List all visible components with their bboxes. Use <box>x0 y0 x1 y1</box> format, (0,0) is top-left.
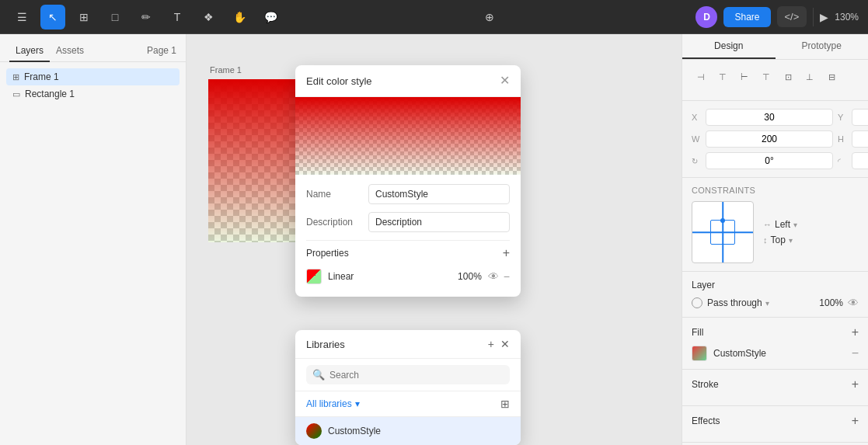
modal-title: Edit color style <box>306 75 372 87</box>
layer-row: Pass through ▾ 100% 👁 <box>692 297 859 309</box>
fill-swatch[interactable] <box>306 269 322 284</box>
grid-icon[interactable]: ⊕ <box>477 5 502 30</box>
lib-filter-row: All libraries ▾ ⊞ <box>295 391 521 417</box>
sidebar-tabs: Layers Assets Page 1 <box>0 34 186 62</box>
effects-header: Effects + <box>692 414 859 428</box>
zoom-indicator[interactable]: 130% <box>835 12 859 23</box>
menu-icon[interactable]: ☰ <box>9 5 34 30</box>
layer-mode-label: Pass through <box>707 297 762 308</box>
rotation-input[interactable] <box>706 152 833 169</box>
all-libraries-filter[interactable]: All libraries ▾ <box>306 398 360 409</box>
layer-mode-chevron: ▾ <box>765 299 769 308</box>
h-label: H <box>838 134 849 144</box>
w-label: W <box>692 134 702 144</box>
text-tool[interactable]: T <box>165 5 190 30</box>
library-item-customstyle[interactable]: CustomStyle <box>295 417 521 445</box>
tab-prototype[interactable]: Prototype <box>776 34 869 59</box>
tab-design[interactable]: Design <box>682 34 776 59</box>
align-right[interactable]: ⊢ <box>735 68 754 86</box>
canvas[interactable]: Frame 1 <box>186 34 682 445</box>
remove-fill-item-button[interactable]: − <box>852 346 859 360</box>
rotation-icon: ↻ <box>692 157 702 165</box>
layer-mode-icon <box>692 297 702 308</box>
fill-opacity-value: 100% <box>451 271 482 282</box>
edit-color-modal: Edit color style ✕ Name Description <box>295 65 521 297</box>
fill-item-swatch[interactable] <box>692 346 707 361</box>
align-left[interactable]: ⊣ <box>692 68 710 86</box>
remove-fill-button[interactable]: − <box>504 270 510 283</box>
hand-tool[interactable]: ✋ <box>227 5 252 30</box>
add-effect-button[interactable]: + <box>852 414 859 428</box>
libraries-panel: Libraries + ✕ 🔍 All libraries ▾ <box>295 330 521 445</box>
toolbar-center: ⊕ <box>289 5 689 30</box>
align-bottom[interactable]: ⊥ <box>800 68 819 86</box>
grid-view-button[interactable]: ⊞ <box>500 398 510 410</box>
chevron-down-icon: ▾ <box>355 398 360 409</box>
vector-tool[interactable]: ✏ <box>134 5 159 30</box>
visibility-toggle[interactable]: 👁 <box>488 270 499 283</box>
alignment-section: ⊣ ⊤ ⊢ ⊤ ⊡ ⊥ ⊟ <box>682 60 868 101</box>
distribute[interactable]: ⊟ <box>822 68 841 86</box>
libraries-header: Libraries + ✕ <box>295 330 521 359</box>
effects-section-title: Effects <box>692 415 720 426</box>
right-tabs: Design Prototype <box>682 34 868 60</box>
h-input[interactable] <box>852 130 868 148</box>
tab-layers[interactable]: Layers <box>9 40 50 62</box>
shape-tool[interactable]: □ <box>103 5 127 30</box>
y-label: Y <box>838 113 849 122</box>
name-input[interactable] <box>368 184 510 204</box>
layers-content: ⊞ Frame 1 ▭ Rectangle 1 <box>0 62 186 445</box>
h-constraint-icon: ↔ <box>763 220 772 229</box>
stroke-section-title: Stroke <box>692 379 719 390</box>
code-button[interactable]: </> <box>777 6 807 27</box>
y-input[interactable] <box>852 109 868 126</box>
h-constraint-chevron[interactable]: ▾ <box>793 221 797 229</box>
add-fill-button[interactable]: + <box>852 325 859 339</box>
add-library-button[interactable]: + <box>488 338 494 350</box>
name-label: Name <box>306 189 368 200</box>
search-input[interactable] <box>329 370 504 381</box>
close-libraries-button[interactable]: ✕ <box>500 338 510 350</box>
page-selector[interactable]: Page 1 <box>147 40 176 61</box>
constraint-dot-top <box>720 218 725 223</box>
add-stroke-button[interactable]: + <box>852 377 859 391</box>
toolbar-left: ☰ ↖ ⊞ □ ✏ T ❖ ✋ 💬 <box>9 5 283 30</box>
description-input[interactable] <box>368 212 510 232</box>
layer-header: Layer <box>692 280 859 290</box>
align-center-h[interactable]: ⊤ <box>713 68 732 86</box>
select-tool[interactable]: ↖ <box>40 5 65 30</box>
corner-input[interactable] <box>852 152 868 169</box>
x-input[interactable] <box>706 109 833 126</box>
layer-mode-selector[interactable]: Pass through ▾ <box>707 297 814 308</box>
x-label: X <box>692 113 702 122</box>
left-sidebar: Layers Assets Page 1 ⊞ Frame 1 ▭ Rectang… <box>0 34 186 445</box>
tab-assets[interactable]: Assets <box>50 40 90 62</box>
modal-header: Edit color style ✕ <box>295 65 521 97</box>
rect-layer-icon: ▭ <box>12 89 20 99</box>
align-top[interactable]: ⊤ <box>757 68 776 86</box>
layer-frame1-label: Frame 1 <box>24 71 59 82</box>
lib-item-icon <box>306 423 322 439</box>
toolbar: ☰ ↖ ⊞ □ ✏ T ❖ ✋ 💬 ⊕ D Share </> ▶ 130% <box>0 0 868 34</box>
v-constraint-value: Top <box>771 235 786 245</box>
add-property-button[interactable]: + <box>503 247 510 259</box>
user-avatar[interactable]: D <box>695 6 717 28</box>
layer-item-rect1[interactable]: ▭ Rectangle 1 <box>6 85 180 103</box>
comment-tool[interactable]: 💬 <box>258 5 283 30</box>
component-tool[interactable]: ❖ <box>196 5 221 30</box>
fill-item-customstyle: CustomStyle − <box>692 346 859 361</box>
w-input[interactable] <box>706 130 833 148</box>
layer-visibility-toggle[interactable]: 👁 <box>848 297 859 309</box>
play-button[interactable]: ▶ <box>820 11 828 23</box>
share-button[interactable]: Share <box>723 7 770 27</box>
color-preview[interactable] <box>295 97 521 175</box>
layer-item-frame1[interactable]: ⊞ Frame 1 <box>6 68 180 85</box>
align-center-v[interactable]: ⊡ <box>779 68 797 86</box>
xy-grid: X Y W H 🔗 <box>692 109 859 148</box>
v-constraint-chevron[interactable]: ▾ <box>789 236 793 245</box>
modal-close-button[interactable]: ✕ <box>500 75 510 87</box>
layer-section-title: Layer <box>692 280 715 290</box>
frame-tool[interactable]: ⊞ <box>71 5 96 30</box>
effects-section: Effects + <box>682 406 868 443</box>
fill-actions: 👁 − <box>488 270 510 283</box>
